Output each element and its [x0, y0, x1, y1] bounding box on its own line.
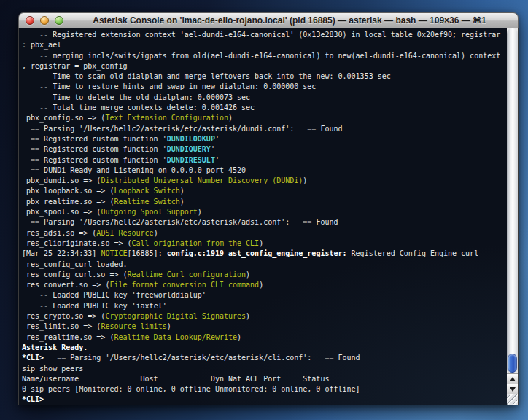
scroll-down-button[interactable]: [507, 384, 518, 394]
terminal-scrollbar[interactable]: [507, 28, 518, 405]
terminal-content: -- Registered extension context 'ael-dun…: [18, 28, 519, 405]
terminal-line: pbx_loopback.so => (Loopback Switch): [22, 186, 507, 196]
terminal-line: -- merging incls/swits/igpats from old(a…: [22, 51, 507, 61]
terminal-line: -- Registered extension context 'ael-dun…: [22, 30, 507, 40]
terminal-line: res_config_curl loaded.: [22, 260, 507, 270]
terminal-line: -- Time to restore hints and swap in new…: [22, 82, 507, 92]
terminal-line: res_clioriginate.so => (Call origination…: [22, 238, 507, 249]
terminal-line: res_limit.so => (Resource limits): [22, 322, 507, 332]
terminal-line: -- Loaded PUBLIC key 'freeworlddialup': [22, 290, 507, 300]
terminal-line: res_crypto.so => (Cryptographic Digital …: [22, 311, 507, 322]
terminal-line: -- Loaded PUBLIC key 'iaxtel': [22, 301, 507, 311]
terminal-line: 0 sip peers [Monitored: 0 online, 0 offl…: [22, 384, 507, 394]
zoom-button[interactable]: [55, 16, 63, 25]
terminal-line: == DUNDi Ready and Listening on 0.0.0.0 …: [22, 166, 507, 176]
scrollbar-track[interactable]: [507, 28, 518, 373]
traffic-lights: [26, 16, 63, 25]
terminal-line: res_realtime.so => (Realtime Data Lookup…: [22, 332, 507, 343]
terminal-line: == Registered custom function 'DUNDIQUER…: [22, 144, 507, 155]
terminal-line: == Parsing '/Users/hellc2/asterisk/etc/a…: [22, 124, 507, 134]
terminal-line: , registrar = pbx_config: [22, 61, 507, 71]
terminal-window: Asterisk Console on 'imac-de-elio-rojano…: [18, 12, 519, 405]
terminal-line: *CLI>: [22, 394, 507, 405]
terminal-line: Asterisk Ready.: [22, 343, 507, 353]
terminal-line: sip show peers: [22, 364, 507, 374]
terminal-line: pbx_config.so => (Text Extension Configu…: [22, 113, 507, 123]
terminal-line: pbx_realtime.so => (Realtime Switch): [22, 197, 507, 207]
terminal-output[interactable]: -- Registered extension context 'ael-dun…: [19, 28, 507, 405]
titlebar[interactable]: Asterisk Console on 'imac-de-elio-rojano…: [18, 12, 519, 28]
terminal-line: res_convert.so => (File format conversio…: [22, 280, 507, 290]
up-arrow-icon: [510, 377, 516, 381]
terminal-line: : pbx_ael: [22, 40, 507, 50]
terminal-line: -- Total time merge_contexts_delete: 0.0…: [22, 103, 507, 113]
terminal-line: Name/username Host Dyn Nat ACL Port Stat…: [22, 374, 507, 384]
scroll-up-button[interactable]: [507, 373, 518, 384]
minimize-button[interactable]: [40, 16, 49, 25]
terminal-line: == Parsing '/Users/hellc2/asterisk/etc/a…: [22, 217, 507, 228]
terminal-line: pbx_dundi.so => (Distributed Universal N…: [22, 176, 507, 186]
scrollbar-thumb[interactable]: [508, 354, 517, 373]
terminal-line: pbx_spool.so => (Outgoing Spool Support): [22, 207, 507, 217]
terminal-line: res_adsi.so => (ADSI Resource): [22, 228, 507, 238]
terminal-line: [Mar 25 22:34:33] NOTICE[16885]: config.…: [22, 249, 507, 259]
terminal-line: == Registered custom function 'DUNDILOOK…: [22, 134, 507, 144]
terminal-line: *CLI> == Parsing '/Users/hellc2/asterisk…: [22, 353, 507, 363]
resize-grip-icon[interactable]: [507, 394, 518, 405]
down-arrow-icon: [510, 387, 516, 392]
terminal-line: -- Time to scan old dialplan and merge l…: [22, 71, 507, 82]
terminal-line: -- Time to delete the old dialplan: 0.00…: [22, 93, 507, 103]
terminal-line: == Registered custom function 'DUNDIRESU…: [22, 155, 507, 166]
window-title: Asterisk Console on 'imac-de-elio-rojano…: [19, 13, 518, 28]
close-button[interactable]: [26, 16, 34, 25]
terminal-line: res_config_curl.so => (Realtime Curl con…: [22, 270, 507, 280]
